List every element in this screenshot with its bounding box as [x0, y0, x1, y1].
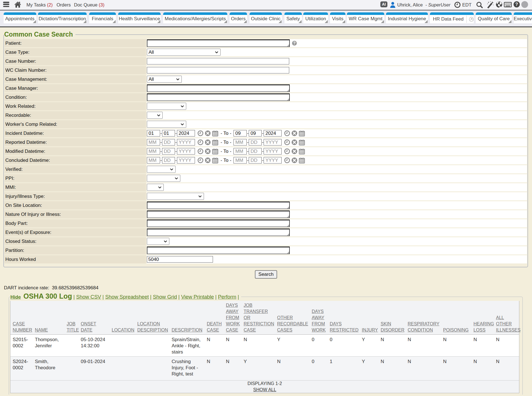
svg-text:?: ?	[515, 2, 518, 7]
